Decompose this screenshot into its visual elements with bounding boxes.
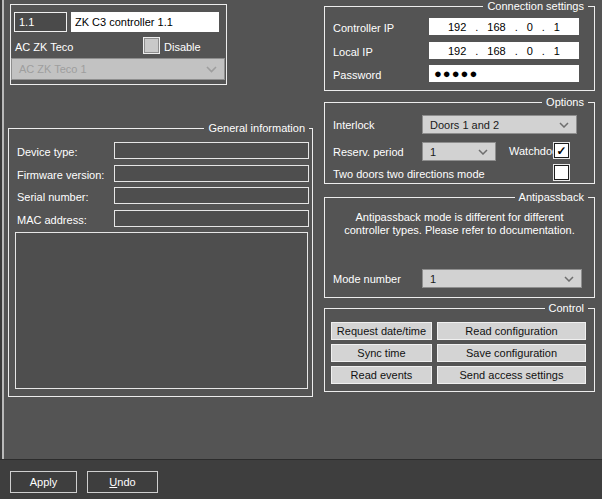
- controller-type-label: AC ZK Teco: [15, 41, 74, 53]
- device-type-field: [114, 142, 309, 159]
- local-ip-input[interactable]: 192 . 168 . 0 . 1: [429, 42, 579, 59]
- antipassback-title: Antipassback: [515, 191, 588, 203]
- read-configuration-button[interactable]: Read configuration: [437, 322, 586, 340]
- interlock-value: Doors 1 and 2: [430, 119, 499, 131]
- antipassback-note-line1: Antipassback mode is different for diffe…: [325, 211, 594, 224]
- mode-number-label: Mode number: [333, 273, 401, 285]
- disable-checkbox[interactable]: [144, 38, 159, 53]
- control-group: Control Request date/time Read configura…: [324, 308, 595, 392]
- two-doors-label: Two doors two directions mode: [333, 168, 485, 180]
- interlock-label: Interlock: [333, 119, 375, 131]
- sync-time-button[interactable]: Sync time: [331, 344, 432, 362]
- device-details-box: [15, 232, 308, 389]
- ip-octet: 168: [487, 21, 505, 33]
- chevron-down-icon: [478, 149, 488, 155]
- control-title: Control: [545, 302, 588, 314]
- serial-number-field: [114, 187, 309, 204]
- chevron-down-icon: [564, 276, 574, 282]
- controller-ip-label: Controller IP: [333, 22, 394, 34]
- reserv-period-dropdown[interactable]: 1: [422, 142, 496, 161]
- controller-settings-window: AC ZK Teco Disable AC ZK Teco 1 Connecti…: [0, 0, 602, 499]
- send-access-settings-button[interactable]: Send access settings: [437, 366, 586, 384]
- ip-octet: 192: [448, 21, 466, 33]
- parent-device-value: AC ZK Teco 1: [19, 63, 87, 75]
- undo-button[interactable]: Undo: [87, 471, 158, 493]
- request-datetime-button[interactable]: Request date/time: [331, 322, 432, 340]
- password-input[interactable]: ●●●●●: [429, 65, 579, 82]
- options-group: Options Interlock Doors 1 and 2 Reserv. …: [324, 102, 595, 184]
- watchdog-checkbox[interactable]: ✓: [554, 143, 569, 158]
- password-masked-value: ●●●●●: [434, 66, 478, 81]
- antipassback-group: Antipassback Antipassback mode is differ…: [324, 197, 595, 298]
- ip-dot: .: [542, 45, 545, 57]
- mac-address-label: MAC address:: [17, 214, 87, 226]
- ip-octet: 192: [448, 45, 466, 57]
- ip-dot: .: [515, 21, 518, 33]
- reserv-period-label: Reserv. period: [333, 146, 404, 158]
- connection-settings-title: Connection settings: [483, 0, 588, 12]
- connection-settings-group: Connection settings Controller IP 192 . …: [324, 6, 595, 91]
- reserv-period-value: 1: [430, 146, 436, 158]
- ip-dot: .: [515, 45, 518, 57]
- general-information-group: General information Device type: Firmwar…: [8, 128, 313, 397]
- serial-number-label: Serial number:: [17, 191, 89, 203]
- bottom-action-bar: Apply Undo: [0, 459, 602, 499]
- identity-group: AC ZK Teco Disable AC ZK Teco 1: [10, 4, 227, 85]
- antipassback-note: Antipassback mode is different for diffe…: [325, 211, 594, 237]
- firmware-version-field: [114, 165, 309, 182]
- firmware-version-label: Firmware version:: [17, 169, 104, 181]
- interlock-dropdown[interactable]: Doors 1 and 2: [422, 115, 577, 134]
- mac-address-field: [114, 210, 309, 227]
- disable-label: Disable: [164, 41, 201, 53]
- ip-dot: .: [542, 21, 545, 33]
- local-ip-label: Local IP: [333, 46, 373, 58]
- ip-dot: .: [475, 21, 478, 33]
- ip-octet: 0: [527, 21, 533, 33]
- controller-id-input[interactable]: [14, 12, 67, 32]
- mode-number-value: 1: [430, 273, 436, 285]
- checkmark-icon: ✓: [556, 145, 566, 157]
- ip-dot: .: [475, 45, 478, 57]
- controller-name-input[interactable]: [71, 12, 219, 32]
- general-information-title: General information: [204, 122, 309, 134]
- parent-device-dropdown[interactable]: AC ZK Teco 1: [11, 58, 225, 80]
- watchdog-label: Watchdog: [509, 145, 558, 157]
- save-configuration-button[interactable]: Save configuration: [437, 344, 586, 362]
- apply-button[interactable]: Apply: [10, 471, 77, 493]
- ip-octet: 0: [527, 45, 533, 57]
- read-events-button[interactable]: Read events: [331, 366, 432, 384]
- two-doors-checkbox[interactable]: [554, 165, 569, 180]
- controller-ip-input[interactable]: 192 . 168 . 0 . 1: [429, 18, 579, 35]
- ip-octet: 1: [554, 21, 560, 33]
- chevron-down-icon: [206, 66, 217, 73]
- ip-octet: 168: [487, 45, 505, 57]
- device-type-label: Device type:: [17, 146, 78, 158]
- password-label: Password: [333, 69, 381, 81]
- options-title: Options: [542, 96, 588, 108]
- undo-rest: ndo: [117, 476, 135, 488]
- chevron-down-icon: [559, 122, 569, 128]
- ip-octet: 1: [554, 45, 560, 57]
- antipassback-note-line2: controller types. Please refer to docume…: [325, 224, 594, 237]
- mode-number-dropdown[interactable]: 1: [422, 269, 582, 288]
